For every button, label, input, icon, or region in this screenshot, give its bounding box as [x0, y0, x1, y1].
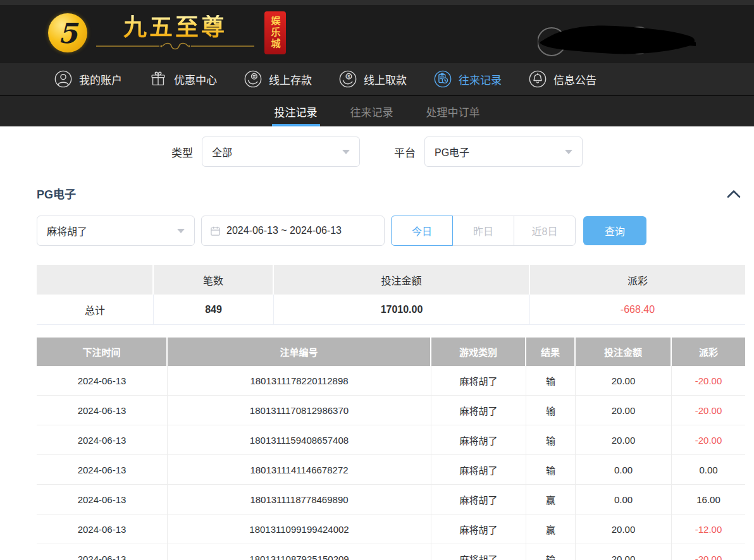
table-row: 2024-06-13 1801311087925150209 麻将胡了 输 20… — [37, 544, 745, 560]
redaction-scribble — [538, 20, 697, 61]
quick-btn-today[interactable]: 今日 — [391, 216, 453, 246]
cell-payout: -20.00 — [672, 425, 745, 454]
col-header-result: 结果 — [526, 338, 576, 366]
col-header-bet-amount: 投注金额 — [576, 338, 672, 366]
cell-game-type: 麻将胡了 — [431, 425, 526, 454]
quick-btn-last8days[interactable]: 近8日 — [514, 216, 576, 246]
summary-total-payout: -668.40 — [530, 295, 745, 324]
svg-text:$: $ — [347, 74, 350, 80]
records-body: 2024-06-13 1801311178220112898 麻将胡了 输 20… — [37, 366, 745, 560]
cell-order-id: 1801311099199424002 — [168, 514, 431, 544]
cell-bet-amount: 20.00 — [576, 396, 672, 425]
summary-header-amount: 投注金额 — [274, 265, 530, 295]
cell-result: 输 — [526, 544, 576, 560]
platform-section-header: PG电子 — [0, 185, 754, 202]
nav-item-transaction-records[interactable]: 往来记录 — [433, 70, 502, 88]
summary-total-amount: 17010.00 — [274, 295, 530, 324]
cell-order-id: 1801311170812986370 — [168, 396, 431, 425]
platform-select[interactable]: PG电子 — [424, 137, 583, 167]
table-row: 2024-06-13 1801311141146678272 麻将胡了 输 0.… — [37, 455, 745, 485]
cell-bet-time: 2024-06-13 — [37, 514, 168, 544]
cell-bet-amount: 0.00 — [576, 485, 672, 514]
flourish-icon — [96, 42, 254, 51]
chevron-up-icon[interactable] — [726, 189, 741, 198]
tab-label: 投注记录 — [275, 104, 318, 119]
deposit-icon — [244, 70, 263, 88]
brand-name: 九五至尊 — [123, 15, 227, 41]
type-select-value: 全部 — [212, 144, 232, 159]
records-table: 下注时间 注单编号 游戏类别 结果 投注金额 派彩 2024-06-13 180… — [37, 338, 745, 560]
logo-monogram-icon: 5 — [48, 13, 87, 52]
cell-game-type: 麻将胡了 — [431, 485, 526, 514]
cell-result: 输 — [526, 455, 576, 484]
nav-label: 往来记录 — [459, 71, 502, 87]
date-range-picker[interactable]: 2024-06-13 ~ 2024-06-13 — [201, 216, 385, 246]
table-row: 2024-06-13 1801311099199424002 麻将胡了 赢 20… — [37, 514, 745, 544]
col-header-order-id: 注单编号 — [168, 338, 431, 366]
gift-icon — [149, 70, 168, 88]
tab-label: 处理中订单 — [426, 104, 480, 119]
type-select[interactable]: 全部 — [202, 137, 360, 167]
filter-row: 类型 全部 平台 PG电子 — [0, 136, 754, 167]
cell-result: 输 — [526, 425, 576, 454]
cell-payout: -12.00 — [672, 514, 745, 544]
col-header-bet-time: 下注时间 — [37, 338, 168, 366]
tab-pending-orders[interactable]: 处理中订单 — [424, 96, 483, 126]
nav-item-deposit[interactable]: 线上存款 — [244, 70, 312, 88]
section-title: PG电子 — [37, 185, 76, 202]
summary-header-blank — [37, 265, 154, 295]
nav-item-announcements[interactable]: 信息公告 — [528, 70, 596, 88]
site-header: 5 九五至尊 娱乐城 — [0, 0, 754, 63]
type-filter-label: 类型 — [171, 144, 193, 160]
records-icon — [433, 70, 452, 88]
table-row: 2024-06-13 1801311178220112898 麻将胡了 输 20… — [37, 366, 745, 396]
cell-payout: -20.00 — [672, 544, 745, 560]
records-header-row: 下注时间 注单编号 游戏类别 结果 投注金额 派彩 — [37, 338, 745, 366]
cell-payout: 16.00 — [672, 485, 745, 514]
summary-header-count: 笔数 — [154, 265, 274, 295]
cell-payout: 0.00 — [672, 455, 745, 484]
cell-result: 赢 — [526, 485, 576, 514]
nav-label: 信息公告 — [553, 71, 596, 87]
brand-block: 九五至尊 — [96, 15, 254, 51]
query-toolbar: 麻将胡了 2024-06-13 ~ 2024-06-13 今日 昨日 近8日 查… — [0, 216, 754, 246]
nav-item-withdraw[interactable]: $ 线上取款 — [338, 70, 407, 88]
cell-bet-amount: 20.00 — [576, 514, 672, 544]
summary-total-row: 总计 849 17010.00 -668.40 — [37, 295, 745, 325]
col-header-payout: 派彩 — [672, 338, 745, 366]
cell-game-type: 麻将胡了 — [431, 396, 526, 425]
chevron-down-icon — [342, 150, 350, 154]
user-icon — [54, 70, 73, 88]
main-nav: 我的账户 优惠中心 线上存款 $ 线上取款 — [0, 63, 754, 96]
tab-bet-records[interactable]: 投注记录 — [272, 96, 320, 126]
cell-payout: -20.00 — [672, 396, 745, 425]
nav-label: 线上存款 — [269, 71, 312, 87]
summary-total-count: 849 — [154, 295, 274, 324]
summary-table: 笔数 投注金额 派彩 总计 849 17010.00 -668.40 — [37, 265, 745, 325]
quick-range-group: 今日 昨日 近8日 — [391, 216, 576, 246]
cell-bet-time: 2024-06-13 — [37, 425, 168, 454]
nav-item-my-account[interactable]: 我的账户 — [54, 70, 122, 88]
type-filter-group: 类型 全部 — [171, 137, 360, 167]
cell-game-type: 麻将胡了 — [431, 366, 526, 395]
cell-payout: -20.00 — [672, 366, 745, 395]
nav-item-promotions[interactable]: 优惠中心 — [149, 70, 217, 88]
cell-game-type: 麻将胡了 — [431, 514, 526, 544]
records-tabbar: 投注记录 往来记录 处理中订单 — [0, 96, 754, 126]
game-select[interactable]: 麻将胡了 — [37, 216, 195, 246]
quick-btn-yesterday[interactable]: 昨日 — [452, 216, 514, 246]
cell-result: 输 — [526, 396, 576, 425]
date-range-value: 2024-06-13 ~ 2024-06-13 — [226, 225, 342, 236]
search-button[interactable]: 查询 — [583, 216, 646, 245]
bell-icon — [528, 70, 547, 88]
col-header-game-type: 游戏类别 — [431, 338, 526, 366]
withdraw-icon: $ — [338, 70, 357, 88]
logo-link[interactable]: 5 九五至尊 娱乐城 — [48, 11, 286, 54]
cell-game-type: 麻将胡了 — [431, 544, 526, 560]
quick-btn-label: 今日 — [412, 223, 432, 238]
tab-transaction-records[interactable]: 往来记录 — [348, 96, 396, 126]
nav-label: 线上取款 — [364, 71, 407, 87]
cell-bet-amount: 20.00 — [576, 425, 672, 454]
summary-header-payout: 派彩 — [530, 265, 745, 295]
cell-order-id: 1801311178220112898 — [168, 366, 431, 395]
